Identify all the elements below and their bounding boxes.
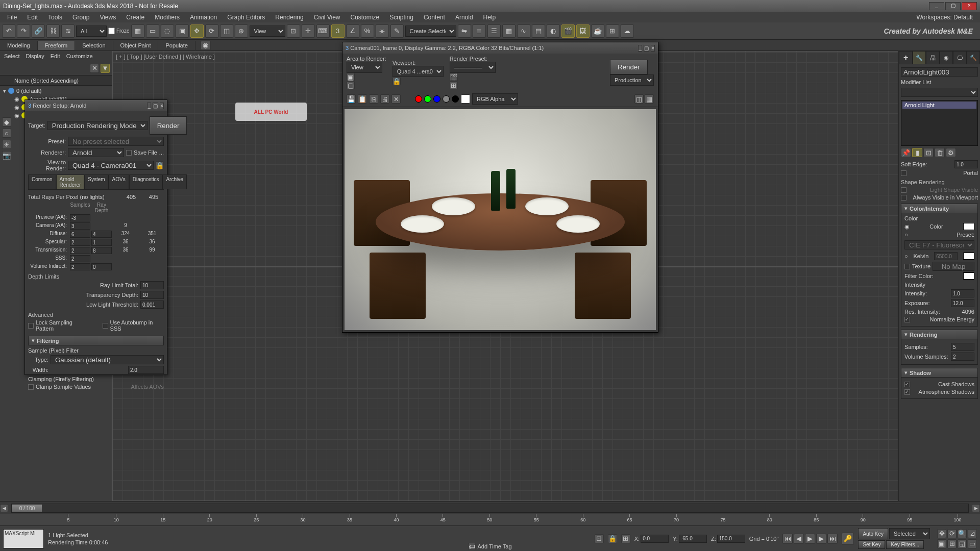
area-to-render-dropdown[interactable]: View — [347, 62, 382, 73]
isolate-icon[interactable]: ⊡ — [595, 534, 604, 543]
intensity-spinner[interactable] — [951, 289, 974, 297]
modifier-stack[interactable]: Arnold Light — [901, 100, 978, 146]
ref-coord-system[interactable]: View — [250, 26, 285, 37]
ribbon-tab-selection[interactable]: Selection — [75, 41, 113, 50]
rendering-rollout[interactable]: ▾Rendering — [901, 330, 978, 339]
align-button[interactable]: ≣ — [473, 24, 486, 38]
se-cameras-filter-icon[interactable]: 📷 — [2, 151, 11, 160]
texture-checkbox[interactable] — [904, 264, 910, 269]
menu-views[interactable]: Views — [94, 14, 121, 21]
ribbon-tab-freeform[interactable]: Freeform — [38, 41, 76, 50]
percent-snap-button[interactable]: % — [361, 24, 374, 38]
auto-key-button[interactable]: Auto Key — [858, 528, 888, 539]
rf-env-icon[interactable]: ⊞ — [450, 81, 458, 89]
shadow-rollout[interactable]: ▾Shadow — [901, 368, 978, 378]
layer-button[interactable]: ☰ — [487, 24, 501, 38]
rf-blue-channel-icon[interactable] — [433, 95, 440, 103]
tab-aovs[interactable]: AOVs — [109, 174, 129, 189]
target-dropdown[interactable]: Production Rendering Mode — [47, 121, 148, 130]
auto-region-icon[interactable]: ▢ — [347, 81, 355, 89]
se-menu-display[interactable]: Display — [23, 53, 47, 59]
rf-alpha-channel-icon[interactable] — [443, 95, 450, 103]
se-menu-select[interactable]: Select — [1, 53, 23, 59]
menu-graph-editors[interactable]: Graph Editors — [222, 14, 270, 21]
save-file-checkbox[interactable] — [126, 150, 132, 156]
menu-create[interactable]: Create — [121, 14, 150, 21]
se-lights-filter-icon[interactable]: ☀ — [2, 140, 11, 149]
goto-end-icon[interactable]: ⏭ — [827, 534, 838, 544]
rf-green-channel-icon[interactable] — [424, 95, 431, 103]
angle-snap-button[interactable]: ∠ — [346, 24, 359, 38]
render-button[interactable]: Render — [150, 116, 187, 135]
make-unique-icon[interactable]: ⊡ — [923, 148, 934, 157]
nav-fov-icon[interactable]: ⊿ — [968, 529, 977, 538]
tree-root[interactable]: ▾ 0 (default) — [0, 87, 112, 95]
edit-region-icon[interactable]: ▣ — [347, 73, 355, 81]
move-button[interactable]: ✥ — [190, 24, 204, 38]
y-coord-field[interactable] — [679, 535, 707, 543]
selection-filter[interactable]: All — [76, 26, 107, 37]
rendered-frame-titlebar[interactable]: 3 Camera001, frame 0, Display Gamma: 2.2… — [342, 42, 658, 54]
rf-lock-icon[interactable]: 🔒 — [393, 77, 401, 85]
menu-animation[interactable]: Animation — [185, 14, 222, 21]
ray-limit-spinner[interactable] — [140, 281, 164, 289]
nav-orbit-icon[interactable]: ⟳ — [947, 529, 957, 538]
render-iterative-button[interactable]: ⊞ — [606, 24, 619, 38]
cast-shadows-checkbox[interactable] — [904, 382, 910, 387]
dlg-maximize-icon[interactable]: ▢ — [153, 103, 158, 109]
rotate-button[interactable]: ⟳ — [205, 24, 218, 38]
timeline-prev-icon[interactable]: ◂ — [0, 504, 8, 512]
menu-group[interactable]: Group — [67, 14, 94, 21]
play-icon[interactable]: ▶ — [805, 534, 815, 544]
remove-mod-icon[interactable]: 🗑 — [935, 148, 945, 157]
volume-indirect-samples-spinner[interactable] — [70, 263, 90, 270]
transmission-depth-spinner[interactable] — [91, 247, 112, 254]
dlg-minimize-icon[interactable]: _ — [147, 103, 151, 109]
viewport-top-label[interactable]: [ + ] [ Top ] [User Defined ] [ Wirefram… — [116, 54, 215, 60]
volume-samples-spinner[interactable] — [951, 353, 974, 361]
transmission-samples-spinner[interactable] — [70, 247, 90, 254]
goto-start-icon[interactable]: ⏮ — [782, 534, 793, 544]
nav-pan-icon[interactable]: ✥ — [937, 529, 946, 538]
display-tab-icon[interactable]: 🖵 — [953, 51, 967, 64]
rf-maximize-icon[interactable]: ▢ — [644, 45, 649, 52]
rf-minimize-icon[interactable]: _ — [638, 45, 642, 52]
modifier-list-dropdown[interactable] — [901, 88, 978, 97]
rf-render-setup-icon[interactable]: 🎬 — [450, 73, 458, 81]
scene-explorer-header[interactable]: Name (Sorted Ascending) — [0, 76, 112, 86]
rf-overlay-icon[interactable]: ◫ — [634, 94, 644, 104]
rf-mono-channel-icon[interactable] — [452, 95, 459, 103]
time-ruler[interactable]: 5101520253035404550556065707580859095100 — [0, 514, 980, 525]
menu-customize[interactable]: Customize — [346, 14, 385, 21]
normalize-energy-checkbox[interactable] — [904, 317, 910, 322]
exposure-spinner[interactable] — [951, 299, 974, 307]
maxscript-listener[interactable]: MAXScript Mi — [3, 529, 44, 548]
rf-save-icon[interactable]: 💾 — [347, 94, 356, 104]
color-swatch[interactable] — [963, 223, 974, 230]
tab-arnold-renderer[interactable]: Arnold Renderer — [56, 174, 85, 189]
menu-scripting[interactable]: Scripting — [384, 14, 419, 21]
filtering-rollout[interactable]: ▾Filtering — [28, 336, 164, 345]
se-shapes-filter-icon[interactable]: ○ — [2, 129, 11, 138]
rf-production-dropdown[interactable]: Production — [610, 74, 654, 86]
preset-dropdown[interactable]: No preset selected — [68, 137, 164, 146]
render-button[interactable]: ☕ — [591, 24, 604, 38]
hierarchy-tab-icon[interactable]: 品 — [926, 51, 940, 64]
diffuse-samples-spinner[interactable] — [70, 231, 90, 238]
menu-help[interactable]: Help — [478, 14, 501, 21]
scale-button[interactable]: ◫ — [220, 24, 233, 38]
se-menu-edit[interactable]: Edit — [47, 53, 63, 59]
camera-aa-spinner[interactable] — [70, 222, 90, 230]
diffuse-depth-spinner[interactable] — [91, 231, 112, 238]
atmos-shadows-checkbox[interactable] — [904, 389, 910, 395]
portal-checkbox[interactable] — [901, 170, 906, 176]
named-selection-set[interactable]: Create Selection Se — [405, 26, 456, 37]
renderer-dropdown[interactable]: Arnold — [68, 148, 124, 157]
view-to-render-dropdown[interactable]: Quad 4 - Camera001 — [68, 161, 154, 170]
soft-edge-spinner[interactable] — [954, 160, 978, 168]
menu-file[interactable]: File — [2, 14, 22, 21]
use-pivot-button[interactable]: ⊡ — [287, 24, 300, 38]
menu-modifiers[interactable]: Modifiers — [150, 14, 185, 21]
key-filters-button[interactable]: Key Filters... — [886, 540, 924, 549]
toggle-ribbon-button[interactable]: ▦ — [502, 24, 516, 38]
